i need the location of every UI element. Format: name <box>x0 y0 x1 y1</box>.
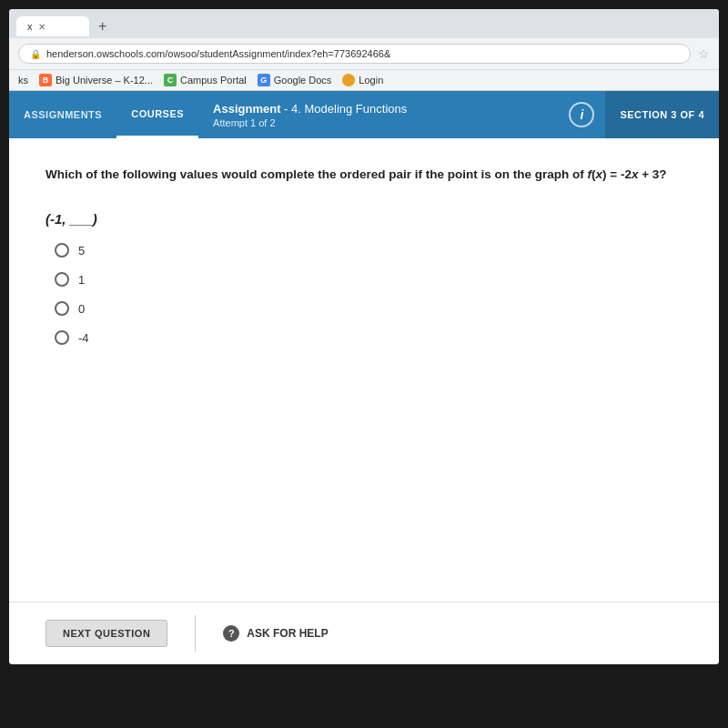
nav-assignment-title: Assignment - 4. Modeling Functions <box>213 102 554 116</box>
vertical-divider <box>195 615 196 652</box>
option-0[interactable]: 0 <box>55 301 682 316</box>
option-neg4[interactable]: -4 <box>55 330 682 345</box>
ordered-pair-label: (-1, ___) <box>46 211 682 227</box>
new-tab-button[interactable]: + <box>93 15 112 38</box>
active-tab[interactable]: x ✕ <box>16 16 89 36</box>
help-icon: ? <box>223 625 239 642</box>
nav-assignments[interactable]: ASSIGNMENTS <box>9 91 116 138</box>
address-bar-row: 🔒 henderson.owschools.com/owsoo/studentA… <box>9 38 719 69</box>
assignment-prefix: Assignment <box>213 102 280 116</box>
big-universe-favicon: B <box>39 74 52 86</box>
google-docs-favicon: G <box>258 74 270 86</box>
option-1-label: 1 <box>78 273 85 287</box>
address-text: henderson.owschools.com/owsoo/studentAss… <box>46 48 390 59</box>
browser-chrome: x ✕ + 🔒 henderson.owschools.com/owsoo/st… <box>9 9 719 91</box>
assignment-title: - 4. Modeling Functions <box>281 102 408 116</box>
radio-circle-5 <box>55 243 69 258</box>
bookmark-login[interactable]: Login <box>342 74 383 86</box>
login-label: Login <box>359 75 383 86</box>
nav-assignment-info: Assignment - 4. Modeling Functions Attem… <box>198 102 569 128</box>
info-icon[interactable]: i <box>569 102 594 127</box>
ask-for-help-button[interactable]: ? ASK FOR HELP <box>223 625 328 642</box>
option-5[interactable]: 5 <box>55 243 682 258</box>
bookmarks-bar: ks B Big Universe – K-12... C Campus Por… <box>9 69 719 90</box>
bookmark-big-universe[interactable]: B Big Universe – K-12... <box>39 74 153 86</box>
bottom-black-area <box>0 664 728 728</box>
bookmark-ks[interactable]: ks <box>18 75 28 86</box>
bottom-bar: NEXT QUESTION ? ASK FOR HELP <box>9 602 719 664</box>
big-universe-label: Big Universe – K-12... <box>56 75 153 86</box>
info-icon-text: i <box>580 107 583 122</box>
section-label: SECTION 3 OF 4 <box>605 91 719 138</box>
campus-portal-favicon: C <box>164 74 177 86</box>
main-content: Which of the following values would comp… <box>9 138 719 602</box>
radio-circle-1 <box>55 272 69 287</box>
nav-courses[interactable]: COURSES <box>116 91 198 138</box>
attempt-label: Attempt 1 of 2 <box>213 117 554 128</box>
lock-icon: 🔒 <box>30 49 41 59</box>
bookmark-star-icon[interactable]: ☆ <box>698 46 710 61</box>
next-question-button[interactable]: NEXT QUESTION <box>46 620 167 647</box>
ask-help-label: ASK FOR HELP <box>247 627 328 640</box>
help-icon-text: ? <box>228 628 235 639</box>
google-docs-label: Google Docs <box>274 75 332 86</box>
nav-bar: ASSIGNMENTS COURSES Assignment - 4. Mode… <box>9 91 719 138</box>
campus-portal-label: Campus Portal <box>180 75 247 86</box>
radio-circle-0 <box>55 301 69 316</box>
login-favicon <box>342 74 355 86</box>
question-text: Which of the following values would comp… <box>46 166 682 184</box>
tab-bar: x ✕ + <box>9 9 719 38</box>
option-neg4-label: -4 <box>78 331 89 345</box>
option-1[interactable]: 1 <box>55 272 682 287</box>
tab-title: x <box>27 21 33 32</box>
bookmark-google-docs[interactable]: G Google Docs <box>258 74 332 86</box>
bookmark-campus-portal[interactable]: C Campus Portal <box>164 74 247 86</box>
address-bar[interactable]: 🔒 henderson.owschools.com/owsoo/studentA… <box>18 44 691 64</box>
tab-close-icon[interactable]: ✕ <box>38 22 46 32</box>
radio-options: 5 1 0 -4 <box>55 243 682 345</box>
radio-circle-neg4 <box>55 330 69 345</box>
option-5-label: 5 <box>78 244 85 258</box>
option-0-label: 0 <box>78 302 85 316</box>
